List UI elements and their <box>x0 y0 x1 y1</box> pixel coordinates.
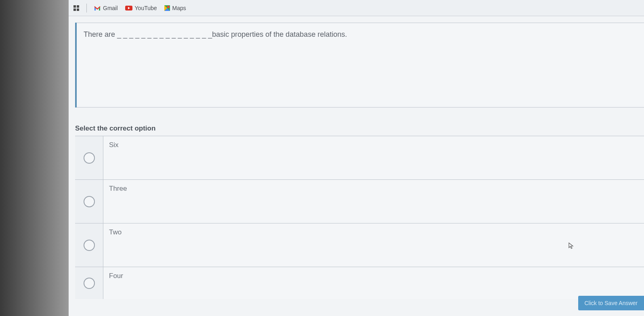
bookmarks-divider <box>86 4 87 13</box>
option-row-three[interactable]: Three <box>75 179 644 223</box>
bookmark-maps-label: Maps <box>172 5 186 11</box>
radio-cell <box>75 180 103 223</box>
svg-point-1 <box>167 6 170 8</box>
option-row-two[interactable]: Two <box>75 223 644 267</box>
radio-cell <box>75 223 103 267</box>
option-label: Four <box>103 267 644 299</box>
bookmark-maps[interactable]: Maps <box>164 5 186 11</box>
radio-button[interactable] <box>84 196 95 207</box>
maps-icon <box>164 5 170 11</box>
select-instruction: Select the correct option <box>75 124 644 133</box>
radio-button[interactable] <box>84 278 95 289</box>
screen-bezel-shadow <box>0 0 69 316</box>
radio-cell <box>75 136 103 179</box>
question-panel: There are _ _ _ _ _ _ _ _ _ _ _ _ _ _ _ … <box>75 23 644 107</box>
option-row-four[interactable]: Four <box>75 267 644 299</box>
radio-button[interactable] <box>84 152 95 164</box>
bookmark-youtube-label: YouTube <box>135 5 157 11</box>
option-label: Three <box>103 180 644 223</box>
youtube-icon <box>125 6 132 11</box>
page-content: Gmail YouTube Maps There are _ _ _ _ _ _… <box>69 0 644 316</box>
question-text: There are _ _ _ _ _ _ _ _ _ _ _ _ _ _ _ … <box>84 30 636 39</box>
gmail-icon <box>94 6 101 11</box>
bookmark-youtube[interactable]: YouTube <box>125 5 157 11</box>
radio-cell <box>75 267 103 299</box>
option-row-six[interactable]: Six <box>75 136 644 179</box>
radio-button[interactable] <box>84 240 95 251</box>
save-answer-button[interactable]: Click to Save Answer <box>578 296 644 310</box>
bookmark-gmail[interactable]: Gmail <box>94 5 118 11</box>
option-label: Six <box>103 136 644 179</box>
apps-grid-icon[interactable] <box>73 5 79 11</box>
bookmarks-bar: Gmail YouTube Maps <box>69 0 644 16</box>
bookmark-gmail-label: Gmail <box>103 5 118 11</box>
options-list: Six Three Two Four <box>75 136 644 299</box>
option-label: Two <box>103 223 644 267</box>
